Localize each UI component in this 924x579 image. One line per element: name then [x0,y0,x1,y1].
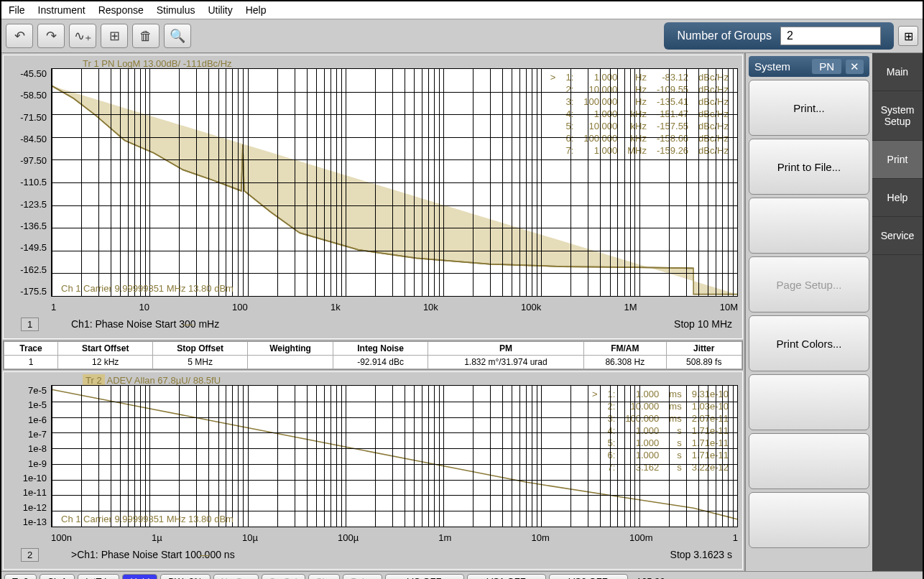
plot2-yaxis: 7e-51e-51e-61e-71e-81e-91e-101e-111e-121… [6,385,50,527]
add-trace-button[interactable]: ∿₊ [69,24,96,48]
status-time: 165.36 s [631,575,678,579]
plot2-xaxis: 100n1µ10µ100µ1m10m100m1 [51,532,738,543]
side-button-2[interactable] [749,198,869,254]
close-icon[interactable]: ✕ [846,60,864,74]
status-vc[interactable]: VC OFF [385,574,464,579]
side-tab-system-setup[interactable]: System Setup [872,91,923,141]
side-tab-service[interactable]: Service [872,217,923,255]
status-channel[interactable]: Ch 1 [40,574,75,579]
side-button-6[interactable] [749,433,869,489]
menu-instrument[interactable]: Instrument [38,4,86,16]
status-hold[interactable]: Hold [122,574,157,579]
status-bw[interactable]: BW=3% [160,574,210,579]
side-tabs: MainSystem SetupPrintHelpService [872,53,923,571]
toolbar: ↶ ↷ ∿₊ ⊞ 🗑 🔍 Number of Groups ⊞ [1,19,923,53]
delete-button[interactable]: 🗑 [132,24,160,48]
zoom-button[interactable]: 🔍 [164,24,191,48]
status-pulse[interactable]: Pulse [343,574,382,579]
side-tab-print[interactable]: Print [872,141,923,179]
plot1-grid[interactable]: >1:1.000Hz-83.12dBc/Hz2:10.000Hz-109.55d… [51,68,738,297]
side-button-3[interactable]: Page Setup... [749,256,869,312]
side-button-0[interactable]: Print... [749,80,869,136]
plot-phase-noise[interactable]: Tr 1 PN LogM 13.00dB/ -111dBc/Hz -45.50-… [3,55,743,339]
plot1-channel-label[interactable]: 1 [21,318,39,331]
keypad-button[interactable]: ⊞ [898,26,918,46]
plot1-carrier: Ch 1 Carrier 9.99999351 MHz 13.80 dBm [61,283,234,294]
side-tab-main[interactable]: Main [872,53,923,91]
status-sim[interactable]: Sim [308,574,340,579]
plot2-grid[interactable]: >1:1.000ms9.31e-102:10.000ms1.03e-103:10… [51,385,738,527]
menu-stimulus[interactable]: Stimulus [157,4,195,16]
status-bar-1: Tr 2 Ch 1 IntTrig Hold BW=3% No Cor SrcC… [1,571,923,579]
side-button-1[interactable]: Print to File... [749,139,869,195]
plot2-start: >Ch1: Phase Noise Start 100.000 ns [71,549,235,560]
groups-label: Number of Groups [677,29,772,42]
plot-allan-dev[interactable]: Tr 2 ADEV Allan 67.8µU/ 88.5fU 7e-51e-51… [3,371,743,570]
menu-bar: File Instrument Response Stimulus Utilit… [1,1,923,19]
plot2-carrier: Ch 1 Carrier 9.99999351 MHz 13.80 dBm [61,514,234,524]
side-button-7[interactable] [749,492,869,548]
status-vs2[interactable]: VS2 OFF [549,574,628,579]
plot2-markers: >1:1.000ms9.31e-102:10.000ms1.03e-103:10… [586,387,734,474]
groups-panel: Number of Groups [664,22,894,50]
undo-button[interactable]: ↶ [6,24,33,48]
side-panel: System PN ✕ Print...Print to File...Page… [744,53,923,571]
status-trigger[interactable]: IntTrig [78,574,119,579]
status-nocor[interactable]: No Cor [213,574,259,579]
side-button-5[interactable] [749,374,869,430]
status-srccal[interactable]: SrcCal [262,574,305,579]
measurement-table: TraceStart OffsetStop OffsetWeightingInt… [3,341,743,370]
groups-input[interactable] [780,27,881,45]
menu-response[interactable]: Response [98,4,144,16]
menu-utility[interactable]: Utility [208,4,232,16]
menu-help[interactable]: Help [246,4,267,16]
side-button-4[interactable]: Print Colors... [749,315,869,371]
redo-button[interactable]: ↷ [37,24,65,48]
menu-file[interactable]: File [9,4,25,16]
status-trace[interactable]: Tr 2 [4,574,37,579]
side-header: System PN ✕ [749,56,869,77]
plot2-channel-label[interactable]: 2 [21,548,39,562]
plot1-start: Ch1: Phase Noise Start 300 mHz [71,318,219,330]
side-tab-help[interactable]: Help [872,179,923,217]
plot1-stop: Stop 10 MHz [674,318,732,330]
plot1-yaxis: -45.50-58.50-71.50-84.50-97.50-110.5-123… [6,68,50,297]
plot2-stop: Stop 3.1623 s [670,549,732,560]
side-tag[interactable]: PN [812,59,841,74]
side-title: System [754,60,790,73]
plot1-xaxis: 1101001k10k100k1M10M [51,302,738,312]
status-vs1[interactable]: VS1 OFF [467,574,546,579]
layout-button[interactable]: ⊞ [101,24,128,48]
